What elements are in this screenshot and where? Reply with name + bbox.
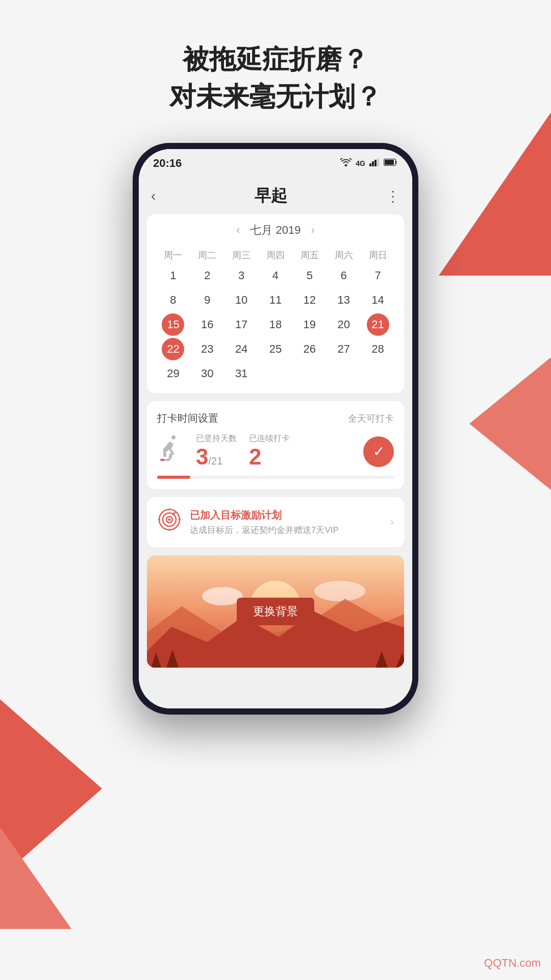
calendar-day[interactable]: 25 [264,338,287,360]
runner-icon [157,435,184,468]
top-nav-bar: ‹ 早起 ⋮ [139,178,412,214]
calendar-month-year: 七月 2019 [250,223,300,238]
calendar-day[interactable]: 8 [162,289,184,311]
calendar-grid: 周一周二周三周四周五周六周日 [157,246,394,264]
bg-decoration-right-mid [469,357,551,490]
calendar-day[interactable]: 2 [196,264,218,287]
svg-rect-1 [372,161,374,166]
calendar-day[interactable]: 19 [298,313,321,336]
calendar-day[interactable]: 29 [162,362,184,385]
calendar-weekday: 周日 [362,246,394,264]
page-title: 早起 [255,185,287,207]
content-area: ‹ 七月 2019 › 周一周二周三周四周五周六周日 1234567891011… [139,214,412,708]
calendar-day[interactable]: 4 [264,264,287,287]
calendar-day[interactable]: 1 [162,264,184,287]
back-button[interactable]: ‹ [151,188,156,204]
persisted-days-stat: 已坚持天数 3/21 [196,433,237,470]
calendar-day[interactable]: 7 [367,264,389,287]
calendar-next-button[interactable]: › [311,224,315,237]
svg-point-11 [168,519,171,521]
calendar-day[interactable]: 20 [333,313,355,336]
consecutive-value: 2 [249,444,290,470]
header-line2: 对未来毫无计划？ [0,78,551,115]
calendar-day[interactable]: 18 [264,313,287,336]
svg-rect-7 [160,459,164,461]
calendar-day[interactable]: 5 [298,264,321,287]
calendar-day[interactable]: 16 [196,313,218,336]
wifi-icon [340,158,352,169]
stats-body: 已坚持天数 3/21 已连续打卡 2 ✓ [157,433,394,470]
calendar-days-grid: 1234567891011121314151617181920212223242… [157,264,394,385]
progress-bar-fill [157,476,190,479]
check-icon: ✓ [373,443,385,460]
goal-arrow-icon: › [390,516,394,529]
calendar-day[interactable]: 14 [367,289,389,311]
calendar-weekday: 周六 [328,246,360,264]
battery-icon [384,159,398,168]
persisted-value: 3/21 [196,444,237,470]
status-time: 20:16 [153,157,182,170]
svg-rect-5 [385,160,394,165]
goal-title: 已加入目标激励计划 [190,508,382,522]
calendar-day[interactable]: 27 [333,338,355,360]
background-card: 更换背景 [147,555,404,668]
checkin-button[interactable]: ✓ [363,436,394,467]
calendar-day[interactable]: 3 [230,264,253,287]
calendar-day[interactable]: 28 [367,338,389,360]
consecutive-label: 已连续打卡 [249,433,290,444]
calendar-day[interactable]: 12 [298,289,321,311]
watermark-text: QQTN.com [484,957,541,969]
consecutive-checkin-stat: 已连续打卡 2 [249,433,290,470]
goal-card[interactable]: 已加入目标激励计划 达成目标后，返还契约金并赠送7天VIP › [147,497,404,547]
all-day-label: 全天可打卡 [348,412,394,425]
checkin-time-label: 打卡时间设置 [157,411,218,425]
calendar-header: ‹ 七月 2019 › [157,223,394,238]
signal-bars-icon [369,158,380,168]
calendar-weekday: 周一 [157,246,189,264]
calendar-day[interactable]: 17 [230,313,253,336]
calendar-day[interactable]: 9 [196,289,218,311]
signal-icon: 4G [356,159,365,167]
change-background-button[interactable]: 更换背景 [237,598,314,625]
svg-rect-3 [377,158,379,166]
status-icons: 4G [340,158,398,169]
calendar-weekday: 周五 [293,246,325,264]
bg-decoration-top-right [439,112,551,276]
calendar-section: ‹ 七月 2019 › 周一周二周三周四周五周六周日 1234567891011… [147,214,404,393]
calendar-day[interactable]: 11 [264,289,287,311]
calendar-weekday: 周二 [191,246,223,264]
calendar-day[interactable]: 31 [230,362,253,385]
header-text: 被拖延症折磨？ 对未来毫无计划？ [0,41,551,115]
calendar-day[interactable]: 6 [333,264,355,287]
persisted-label: 已坚持天数 [196,433,237,444]
calendar-day[interactable]: 15 [162,313,184,336]
goal-text-block: 已加入目标激励计划 达成目标后，返还契约金并赠送7天VIP [190,508,382,536]
calendar-weekday: 周三 [226,246,258,264]
more-options-button[interactable]: ⋮ [386,188,400,205]
calendar-day[interactable]: 23 [196,338,218,360]
back-chevron-icon: ‹ [151,188,156,204]
phone-outer-shell: 20:16 4G [133,143,418,715]
target-icon [157,507,182,537]
calendar-day[interactable]: 13 [333,289,355,311]
calendar-prev-button[interactable]: ‹ [236,224,240,237]
watermark: QQTN.com [484,957,541,970]
calendar-day[interactable]: 22 [162,338,184,360]
calendar-day[interactable]: 24 [230,338,253,360]
svg-point-15 [314,581,365,601]
calendar-day[interactable]: 21 [367,313,389,336]
status-bar: 20:16 4G [139,149,412,178]
stats-card-header: 打卡时间设置 全天可打卡 [157,411,394,425]
svg-rect-2 [374,160,377,166]
svg-rect-0 [369,163,371,166]
stats-card: 打卡时间设置 全天可打卡 [147,401,404,489]
phone-screen: 20:16 4G [139,149,412,708]
goal-subtitle: 达成目标后，返还契约金并赠送7天VIP [190,524,382,536]
calendar-day[interactable]: 10 [230,289,253,311]
calendar-weekday: 周四 [260,246,292,264]
progress-bar [157,476,394,479]
phone-mockup: 20:16 4G [133,143,418,715]
calendar-day[interactable]: 26 [298,338,321,360]
calendar-day[interactable]: 30 [196,362,218,385]
header-line1: 被拖延症折磨？ [0,41,551,78]
